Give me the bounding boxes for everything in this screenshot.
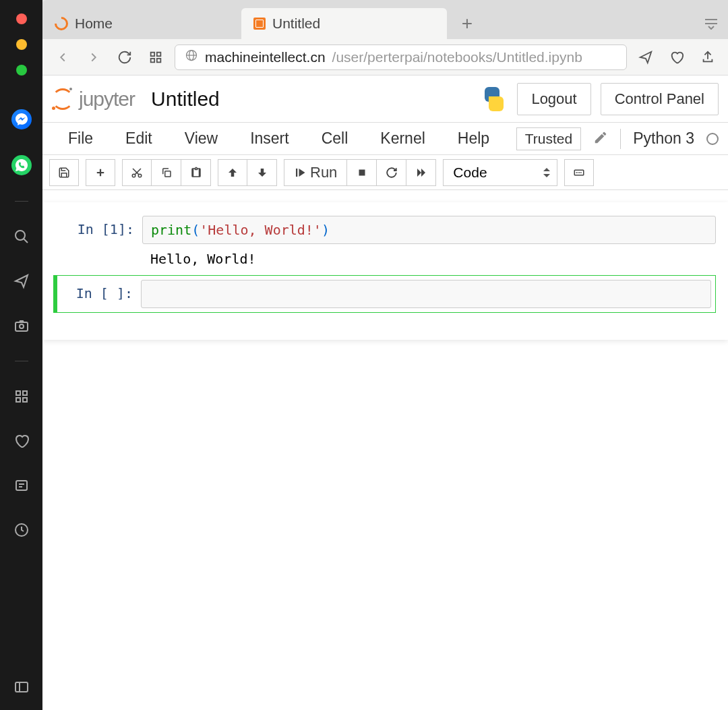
svg-rect-7 xyxy=(23,398,27,402)
jupyter-logo-icon xyxy=(52,88,73,110)
jupyter-logo[interactable]: jupyter xyxy=(52,88,135,111)
tab-home-label: Home xyxy=(75,16,113,32)
cut-button[interactable] xyxy=(122,159,152,186)
menu-file[interactable]: File xyxy=(52,124,109,153)
whatsapp-icon[interactable] xyxy=(11,155,32,175)
send-icon[interactable] xyxy=(12,272,31,291)
menu-view[interactable]: View xyxy=(169,124,234,153)
run-label: Run xyxy=(310,164,337,181)
tab-home[interactable]: Home xyxy=(42,8,241,39)
jupyter-header: jupyter Untitled Logout Control Panel xyxy=(42,76,728,123)
share-send-button[interactable] xyxy=(634,45,658,69)
os-sidebar xyxy=(0,0,42,710)
messenger-icon[interactable] xyxy=(11,109,32,129)
svg-point-25 xyxy=(132,174,135,177)
grid-icon[interactable] xyxy=(12,387,31,406)
url-host: machineintellect.cn xyxy=(205,49,326,65)
menu-insert[interactable]: Insert xyxy=(234,124,305,153)
tab-active-label: Untitled xyxy=(272,16,320,32)
command-palette-button[interactable] xyxy=(564,159,594,186)
url-input[interactable]: machineintellect.cn/user/perterpai/noteb… xyxy=(175,45,627,70)
menu-bar: File Edit View Insert Cell Kernel Help T… xyxy=(42,123,728,155)
svg-rect-16 xyxy=(151,52,155,56)
restart-button[interactable] xyxy=(377,159,406,186)
svg-line-1 xyxy=(24,239,28,243)
favorite-button[interactable] xyxy=(665,45,689,69)
jupyter-tab-icon xyxy=(52,14,71,33)
add-cell-button[interactable] xyxy=(86,159,115,186)
heart-icon[interactable] xyxy=(12,432,31,450)
svg-rect-6 xyxy=(16,398,20,402)
svg-rect-31 xyxy=(359,169,365,175)
svg-point-0 xyxy=(16,231,25,240)
menu-edit[interactable]: Edit xyxy=(109,124,169,153)
svg-rect-8 xyxy=(16,481,27,490)
save-button[interactable] xyxy=(49,159,79,186)
trusted-indicator[interactable]: Trusted xyxy=(516,127,581,150)
maximize-window-button[interactable] xyxy=(16,65,27,76)
svg-rect-4 xyxy=(16,391,20,395)
reload-button[interactable] xyxy=(113,45,137,69)
apps-button[interactable] xyxy=(144,45,168,69)
cell-1-prompt: In [1]: xyxy=(55,216,142,267)
svg-point-3 xyxy=(20,324,24,328)
kernel-name[interactable]: Python 3 xyxy=(633,129,694,148)
cell-2-prompt: In [ ]: xyxy=(57,280,141,308)
svg-rect-18 xyxy=(151,58,155,62)
search-icon[interactable] xyxy=(12,227,31,246)
code-cell-1[interactable]: In [1]: print('Hello, World!') Hello, Wo… xyxy=(55,216,716,267)
export-button[interactable] xyxy=(696,45,720,69)
notebook-container: In [1]: print('Hello, World!') Hello, Wo… xyxy=(42,190,728,710)
svg-rect-19 xyxy=(157,58,161,62)
tabs-menu-button[interactable] xyxy=(694,8,728,39)
cell-type-value: Code xyxy=(453,165,487,181)
cell-2-input[interactable] xyxy=(141,280,711,308)
control-panel-button[interactable]: Control Panel xyxy=(601,83,719,115)
window-controls xyxy=(16,13,27,76)
svg-rect-2 xyxy=(16,322,28,331)
kernel-status-icon xyxy=(706,133,719,145)
menu-cell[interactable]: Cell xyxy=(305,124,365,153)
svg-rect-29 xyxy=(164,171,170,176)
menu-help[interactable]: Help xyxy=(442,124,506,153)
menu-kernel[interactable]: Kernel xyxy=(364,124,441,153)
paste-button[interactable] xyxy=(181,159,211,186)
camera-icon[interactable] xyxy=(12,316,31,335)
globe-icon xyxy=(185,49,198,65)
cell-type-select[interactable]: Code xyxy=(443,159,557,186)
jupyter-logo-text: jupyter xyxy=(79,88,135,111)
note-icon[interactable] xyxy=(12,476,31,495)
cell-1-output: Hello, World! xyxy=(142,244,716,267)
jupyter-app: jupyter Untitled Logout Control Panel Fi… xyxy=(42,76,728,710)
code-cell-2[interactable]: In [ ]: xyxy=(53,275,716,313)
python-icon xyxy=(481,86,508,113)
copy-button[interactable] xyxy=(152,159,181,186)
new-tab-button[interactable]: + xyxy=(447,8,487,39)
browser-window: Home Untitled + machineintellect.cn/user… xyxy=(42,0,728,710)
svg-point-26 xyxy=(138,174,142,177)
back-button[interactable] xyxy=(51,45,75,69)
svg-rect-17 xyxy=(157,52,161,56)
notebook-title[interactable]: Untitled xyxy=(151,88,220,111)
close-window-button[interactable] xyxy=(16,13,27,24)
svg-rect-12 xyxy=(16,682,28,692)
tab-untitled[interactable]: Untitled xyxy=(241,8,447,39)
run-button[interactable]: Run xyxy=(284,159,347,186)
logout-button[interactable]: Logout xyxy=(517,83,590,115)
panel-toggle-icon[interactable] xyxy=(12,678,31,697)
tab-bar: Home Untitled + xyxy=(42,0,728,39)
move-down-button[interactable] xyxy=(247,159,277,186)
svg-rect-5 xyxy=(23,391,27,395)
forward-button[interactable] xyxy=(82,45,106,69)
stop-button[interactable] xyxy=(347,159,377,186)
cell-1-input[interactable]: print('Hello, World!') xyxy=(142,216,716,244)
toolbar: Run Code xyxy=(42,155,728,190)
history-icon[interactable] xyxy=(12,521,31,539)
restart-run-all-button[interactable] xyxy=(406,159,436,186)
svg-rect-30 xyxy=(296,169,297,177)
notebook-tab-icon xyxy=(253,18,266,30)
url-path: /user/perterpai/notebooks/Untitled.ipynb xyxy=(332,49,582,65)
move-up-button[interactable] xyxy=(218,159,247,186)
minimize-window-button[interactable] xyxy=(16,39,27,50)
edit-mode-icon[interactable] xyxy=(593,130,608,148)
